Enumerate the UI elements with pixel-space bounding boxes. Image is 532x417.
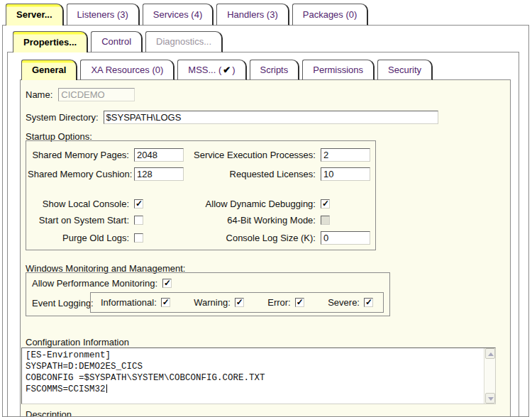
- event-level-error: Error:: [267, 297, 304, 308]
- purge-old-logs-label: Purge Old Logs:: [28, 233, 134, 243]
- warning-checkbox[interactable]: [235, 298, 244, 307]
- tab-general[interactable]: General: [21, 60, 77, 80]
- scroll-down-icon[interactable]: [485, 393, 495, 404]
- 64bit-working-mode-checkbox: [321, 216, 330, 225]
- tab-server[interactable]: Server...: [6, 4, 64, 26]
- shared-memory-cushion-label: Shared Memory Cushion:: [28, 169, 134, 179]
- tab-mss[interactable]: MSS... (✔ ): [177, 60, 246, 80]
- shared-memory-pages-input[interactable]: [134, 148, 184, 162]
- scroll-up-icon[interactable]: [485, 348, 495, 359]
- shared-memory-pages-label: Shared Memory Pages:: [28, 150, 134, 160]
- name-input: [58, 88, 135, 101]
- system-directory-label: System Directory:: [26, 112, 99, 123]
- allow-dynamic-debugging-checkbox[interactable]: [321, 199, 330, 208]
- properties-tab-bar: Properties... Control Diagnostics...: [13, 31, 223, 52]
- system-directory-row: System Directory:: [26, 111, 438, 124]
- warning-label: Warning:: [194, 297, 231, 308]
- show-local-console-label: Show Local Console:: [28, 199, 134, 209]
- show-local-console-checkbox[interactable]: [134, 199, 143, 208]
- event-level-informational: Informational:: [101, 297, 170, 308]
- tab-diagnostics[interactable]: Diagnostics...: [145, 31, 223, 52]
- shared-memory-cushion-input[interactable]: [134, 167, 184, 181]
- tab-scripts[interactable]: Scripts: [250, 60, 300, 80]
- config-line: FSCOMMS=CCISM32: [26, 384, 481, 395]
- allow-performance-monitoring-checkbox[interactable]: [162, 279, 172, 288]
- tab-control[interactable]: Control: [91, 31, 143, 52]
- text-cursor: [106, 384, 107, 393]
- tab-listeners[interactable]: Listeners (3): [67, 4, 140, 26]
- event-logging-label: Event Logging:: [32, 298, 94, 308]
- enterprise-server-admin-page: Name: System Directory: Startup Options:…: [0, 0, 532, 417]
- name-row: Name:: [26, 88, 135, 101]
- tab-handlers[interactable]: Handlers (3): [216, 4, 289, 26]
- monitoring-group: Allow Performance Monitoring: Event Logg…: [26, 272, 390, 316]
- performance-monitoring-row: Allow Performance Monitoring:: [32, 278, 172, 289]
- config-line: SYSPATH=D:DEMO2ES_CICS: [26, 361, 481, 372]
- spacer: [28, 187, 379, 193]
- tab-packages[interactable]: Packages (0): [292, 4, 369, 26]
- severe-checkbox[interactable]: [364, 298, 373, 307]
- general-form-panel: Name: System Directory: Startup Options:…: [20, 79, 511, 417]
- config-line: COBCONFIG =$SYSPATH\SYSTEM\COBCONFIG.COR…: [26, 372, 481, 384]
- severe-label: Severe:: [328, 297, 360, 308]
- textarea-scrollbar[interactable]: [484, 348, 495, 404]
- tab-xa-resources[interactable]: XA Resources (0): [80, 60, 174, 80]
- informational-label: Informational:: [101, 297, 157, 308]
- allow-performance-monitoring-label: Allow Performance Monitoring:: [32, 278, 157, 289]
- event-level-severe: Severe:: [328, 297, 373, 308]
- description-label: Description: [26, 409, 72, 417]
- 64bit-working-mode-label: 64-Bit Working Mode:: [194, 215, 321, 226]
- tab-services[interactable]: Services (4): [143, 4, 214, 26]
- tab-properties[interactable]: Properties...: [13, 31, 88, 52]
- configuration-information-textarea[interactable]: [ES-Environment] SYSPATH=D:DEMO2ES_CICS …: [21, 348, 496, 404]
- purge-old-logs-checkbox[interactable]: [134, 233, 143, 243]
- informational-checkbox[interactable]: [161, 298, 170, 307]
- service-execution-processes-label: Service Execution Processes:: [194, 150, 321, 160]
- config-line: [ES-Environment]: [26, 350, 481, 361]
- event-logging-group: Informational: Warning: Error: Severe:: [90, 292, 384, 313]
- startup-options-group: Shared Memory Pages: Service Execution P…: [26, 140, 376, 250]
- event-level-warning: Warning:: [194, 297, 244, 308]
- console-log-size-label: Console Log Size (K):: [194, 233, 321, 243]
- start-on-system-start-label: Start on System Start:: [28, 215, 134, 226]
- check-icon: ✔: [221, 65, 232, 75]
- general-tab-bar: General XA Resources (0) MSS... (✔ ) Scr…: [21, 60, 433, 80]
- requested-licenses-input[interactable]: [321, 167, 370, 181]
- tab-security[interactable]: Security: [377, 60, 433, 80]
- console-log-size-input[interactable]: [321, 231, 370, 245]
- error-label: Error:: [267, 297, 291, 308]
- tab-permissions[interactable]: Permissions: [302, 60, 375, 80]
- start-on-system-start-checkbox[interactable]: [134, 216, 143, 225]
- server-tab-bar: Server... Listeners (3) Services (4) Han…: [6, 4, 368, 26]
- allow-dynamic-debugging-label: Allow Dynamic Debugging:: [194, 199, 321, 209]
- system-directory-input[interactable]: [104, 111, 438, 124]
- requested-licenses-label: Requested Licenses:: [194, 169, 321, 179]
- service-execution-processes-input[interactable]: [321, 148, 370, 162]
- configuration-information-title: Configuration Information: [26, 337, 129, 348]
- error-checkbox[interactable]: [295, 298, 304, 307]
- name-label: Name:: [26, 89, 52, 100]
